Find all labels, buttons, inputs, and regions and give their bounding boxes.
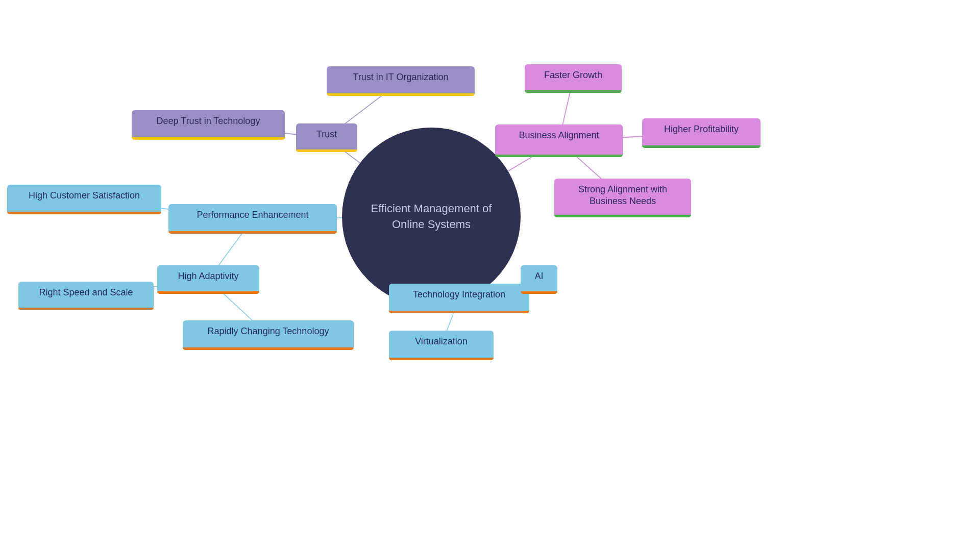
trust-node: Trust xyxy=(296,123,357,152)
ai-node: AI xyxy=(521,265,557,294)
tech-integration-node: Technology Integration xyxy=(389,284,529,313)
trust-in-it-node: Trust in IT Organization xyxy=(327,66,475,96)
business-alignment-node: Business Alignment xyxy=(495,124,623,157)
faster-growth-node: Faster Growth xyxy=(525,64,622,93)
right-speed-node: Right Speed and Scale xyxy=(18,282,154,310)
performance-node: Performance Enhancement xyxy=(168,204,337,234)
virtualization-node: Virtualization xyxy=(389,331,494,360)
high-adaptivity-node: High Adaptivity xyxy=(157,265,259,294)
high-customer-node: High Customer Satisfaction xyxy=(7,185,161,214)
strong-alignment-node: Strong Alignment with Business Needs xyxy=(554,179,691,217)
deep-trust-node: Deep Trust in Technology xyxy=(132,110,285,140)
higher-profitability-node: Higher Profitability xyxy=(642,118,761,148)
center-node: Efficient Management of Online Systems xyxy=(342,128,521,306)
rapidly-changing-node: Rapidly Changing Technology xyxy=(183,320,354,350)
